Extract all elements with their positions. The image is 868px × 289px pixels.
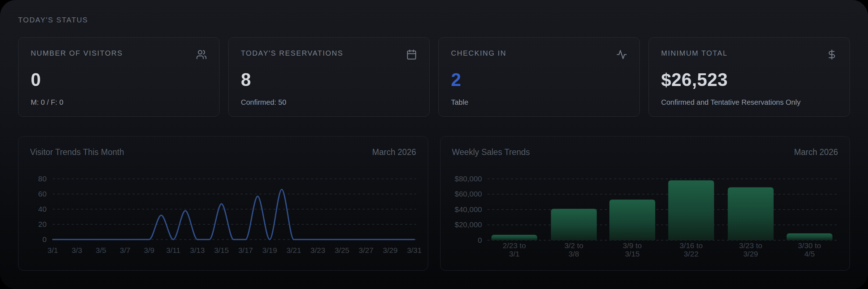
- svg-text:3/8: 3/8: [569, 250, 579, 258]
- svg-text:3/29: 3/29: [743, 250, 758, 258]
- svg-text:40: 40: [38, 205, 47, 213]
- card-subtext: Confirmed: 50: [241, 98, 417, 107]
- card-checking-in: CHECKING IN 2 Table: [438, 37, 640, 117]
- svg-text:60: 60: [38, 190, 47, 198]
- svg-text:3/1: 3/1: [47, 246, 58, 254]
- svg-text:4/5: 4/5: [804, 250, 814, 258]
- card-subtext: Confirmed and Tentative Reservations Onl…: [661, 98, 837, 107]
- card-subtext: M: 0 / F: 0: [31, 98, 207, 107]
- svg-text:3/11: 3/11: [166, 246, 180, 254]
- card-value: 0: [31, 69, 207, 90]
- card-title: NUMBER OF VISITORS: [31, 49, 123, 57]
- svg-text:3/23 to: 3/23 to: [739, 241, 762, 250]
- calendar-icon: [406, 49, 417, 60]
- svg-text:20: 20: [38, 220, 47, 228]
- svg-text:3/19: 3/19: [262, 246, 277, 254]
- svg-text:0: 0: [42, 235, 47, 243]
- svg-text:3/31: 3/31: [407, 246, 422, 254]
- svg-text:3/27: 3/27: [359, 246, 374, 254]
- chart-period-label: March 2026: [794, 147, 838, 157]
- visitor-trends-line-chart: 0204060803/13/33/53/73/93/113/133/153/17…: [18, 165, 428, 270]
- card-value: 2: [451, 69, 627, 90]
- svg-text:3/5: 3/5: [96, 246, 106, 254]
- svg-text:3/23: 3/23: [311, 246, 326, 254]
- svg-text:$20,000: $20,000: [455, 220, 482, 229]
- section-title: TODAY'S STATUS: [18, 16, 850, 24]
- svg-text:3/9: 3/9: [144, 246, 154, 254]
- svg-text:3/2 to: 3/2 to: [564, 241, 583, 250]
- svg-text:2/23 to: 2/23 to: [503, 241, 526, 250]
- weekly-sales-bar-chart: 0$20,000$40,000$60,000$80,0002/23 to3/13…: [441, 165, 850, 270]
- card-title: MINIMUM TOTAL: [661, 49, 728, 57]
- svg-text:$40,000: $40,000: [455, 205, 482, 213]
- dollar-icon: [826, 49, 837, 60]
- chart-title: Visitor Trends This Month: [30, 147, 124, 157]
- dashboard-app: TODAY'S STATUS NUMBER OF VISITORS 0 M: 0…: [0, 0, 868, 289]
- svg-text:3/3: 3/3: [72, 246, 82, 254]
- svg-text:3/21: 3/21: [286, 246, 301, 254]
- card-minimum-total: MINIMUM TOTAL $26,523 Confirmed and Tent…: [648, 37, 850, 117]
- svg-text:3/29: 3/29: [383, 246, 398, 254]
- svg-text:0: 0: [478, 236, 482, 244]
- svg-text:3/15: 3/15: [214, 246, 229, 254]
- svg-text:80: 80: [38, 174, 47, 183]
- svg-text:$60,000: $60,000: [455, 190, 482, 198]
- svg-text:3/25: 3/25: [335, 246, 349, 254]
- chart-title: Weekly Sales Trends: [452, 147, 530, 157]
- card-title: TODAY'S RESERVATIONS: [241, 49, 343, 57]
- svg-text:3/17: 3/17: [238, 246, 253, 254]
- status-cards-row: NUMBER OF VISITORS 0 M: 0 / F: 0 TODAY'S…: [18, 37, 850, 117]
- weekly-sales-chart-card: Weekly Sales Trends March 2026 0$20,000$…: [440, 136, 850, 271]
- card-subtext: Table: [451, 98, 627, 107]
- svg-text:3/15: 3/15: [625, 250, 639, 258]
- svg-text:3/30 to: 3/30 to: [798, 241, 821, 250]
- visitor-trends-chart-card: Visitor Trends This Month March 2026 020…: [18, 136, 428, 271]
- chart-period-label: March 2026: [372, 147, 416, 157]
- svg-text:3/9 to: 3/9 to: [623, 241, 642, 250]
- svg-text:$80,000: $80,000: [455, 174, 482, 183]
- svg-text:3/16 to: 3/16 to: [679, 241, 702, 250]
- svg-text:3/22: 3/22: [684, 250, 698, 258]
- card-value: 8: [241, 69, 417, 90]
- card-number-of-visitors: NUMBER OF VISITORS 0 M: 0 / F: 0: [18, 37, 220, 117]
- svg-text:3/13: 3/13: [190, 246, 205, 254]
- activity-icon: [616, 49, 627, 60]
- svg-text:3/1: 3/1: [509, 250, 519, 258]
- card-value: $26,523: [661, 69, 837, 90]
- charts-row: Visitor Trends This Month March 2026 020…: [18, 136, 850, 271]
- users-icon: [196, 49, 207, 60]
- card-todays-reservations: TODAY'S RESERVATIONS 8 Confirmed: 50: [228, 37, 430, 117]
- card-title: CHECKING IN: [451, 49, 506, 57]
- svg-text:3/7: 3/7: [120, 246, 130, 254]
